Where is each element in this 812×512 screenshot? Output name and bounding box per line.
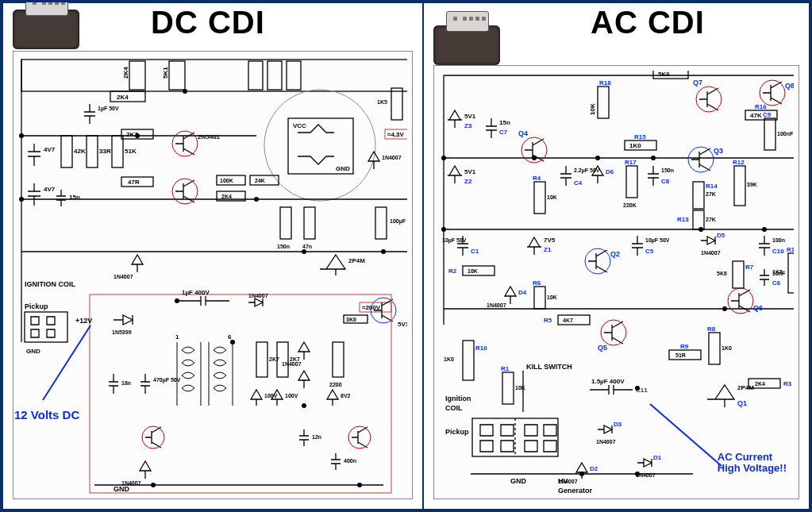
svg-point-92	[175, 298, 179, 303]
svg-point-227	[441, 156, 446, 160]
svg-text:5K6: 5K6	[658, 71, 670, 78]
svg-text:5V1: 5V1	[464, 113, 476, 120]
svg-text:1N5399: 1N5399	[112, 329, 132, 335]
svg-text:2K4: 2K4	[755, 381, 765, 387]
svg-rect-137	[626, 166, 637, 198]
dc-connector-photo	[13, 10, 79, 49]
svg-text:1N4007: 1N4007	[114, 274, 133, 279]
svg-text:220K: 220K	[623, 202, 637, 208]
svg-text:R9: R9	[680, 343, 689, 350]
svg-text:C4: C4	[574, 179, 583, 187]
svg-text:Z2: Z2	[464, 178, 472, 185]
svg-text:R15: R15	[634, 133, 646, 141]
svg-text:2K4: 2K4	[117, 94, 129, 101]
ac-input-note: AC Current High Voltage!!	[718, 452, 787, 474]
svg-text:51R: 51R	[675, 352, 686, 358]
svg-rect-24	[112, 136, 123, 167]
svg-text:100V: 100V	[264, 393, 278, 398]
svg-text:4V7: 4V7	[44, 146, 56, 153]
svg-rect-0	[21, 60, 407, 91]
svg-point-232	[698, 227, 703, 232]
svg-text:47n: 47n	[302, 244, 312, 249]
svg-line-238	[650, 404, 722, 466]
svg-rect-19	[61, 136, 72, 167]
svg-text:5K6: 5K6	[717, 271, 727, 276]
svg-point-94	[302, 403, 306, 408]
svg-text:18n: 18n	[121, 380, 131, 386]
svg-point-236	[579, 472, 584, 476]
svg-point-90	[302, 249, 306, 254]
svg-text:10µF 50V: 10µF 50V	[442, 237, 467, 244]
svg-rect-76	[333, 342, 344, 377]
svg-text:C1: C1	[471, 248, 479, 255]
svg-text:Q6: Q6	[753, 304, 763, 312]
svg-text:4K7: 4K7	[563, 318, 573, 323]
svg-text:51K: 51K	[125, 148, 137, 155]
svg-text:10K: 10K	[468, 268, 478, 274]
svg-text:100nF: 100nF	[777, 131, 794, 137]
svg-text:39K: 39K	[747, 182, 757, 187]
schematic-figure: DC CDI VCC GND 2K4 5K1	[0, 0, 812, 512]
svg-text:1N4007: 1N4007	[248, 293, 268, 298]
svg-text:47R: 47R	[128, 179, 140, 186]
svg-text:C6: C6	[772, 279, 781, 287]
dc-ig-lbl: IGNITION COIL	[25, 280, 76, 288]
svg-text:R14: R14	[706, 183, 718, 190]
svg-point-230	[595, 156, 600, 160]
svg-text:2K7: 2K7	[269, 356, 279, 362]
svg-text:100µF 16V: 100µF 16V	[390, 218, 407, 225]
svg-text:C9: C9	[763, 111, 772, 118]
svg-text:1N4007: 1N4007	[701, 250, 721, 256]
svg-text:10K: 10K	[589, 103, 596, 115]
ac-title: AC CDI	[591, 5, 705, 40]
ac-cdi-panel: AC CDI 5K6R11 Q7 Q8 47KR16 10KR18 1K0R1	[423, 2, 810, 510]
svg-text:2N5401: 2N5401	[198, 133, 221, 141]
svg-text:≈4,3V: ≈4,3V	[387, 131, 405, 138]
svg-text:Q5: Q5	[598, 344, 607, 352]
svg-rect-10	[267, 61, 282, 90]
svg-rect-44	[375, 207, 387, 239]
svg-rect-194	[502, 372, 514, 404]
svg-text:GND: GND	[114, 485, 130, 493]
svg-text:1N4007: 1N4007	[382, 155, 402, 160]
svg-text:47K: 47K	[750, 112, 762, 119]
svg-text:2200: 2200	[329, 382, 342, 387]
svg-text:R19: R19	[787, 246, 794, 253]
svg-text:R8: R8	[707, 325, 716, 333]
svg-text:Q3: Q3	[714, 147, 723, 155]
svg-text:COIL: COIL	[445, 404, 463, 412]
svg-text:R4: R4	[533, 175, 541, 182]
svg-text:Pickup: Pickup	[445, 428, 469, 436]
svg-text:R18: R18	[599, 79, 611, 87]
svg-point-228	[441, 227, 446, 232]
svg-rect-171	[733, 261, 744, 288]
ic-gnd: GND	[336, 165, 350, 172]
svg-text:R16: R16	[755, 103, 767, 110]
ac-connector-photo	[433, 25, 500, 65]
svg-point-235	[635, 386, 640, 391]
svg-text:R7: R7	[745, 264, 754, 271]
svg-text:42K: 42K	[74, 148, 86, 155]
svg-rect-68	[256, 342, 267, 377]
svg-text:1µF 400V: 1µF 400V	[182, 289, 210, 296]
svg-text:1K8: 1K8	[772, 269, 783, 275]
ic-vcc: VCC	[293, 122, 306, 129]
svg-text:1N4007: 1N4007	[282, 361, 302, 367]
svg-text:27K: 27K	[706, 191, 716, 197]
ac-note-arrow	[634, 393, 761, 488]
svg-text:150n: 150n	[661, 167, 674, 173]
svg-text:4V7: 4V7	[44, 186, 56, 193]
svg-rect-7	[169, 61, 185, 90]
svg-text:R1: R1	[501, 365, 510, 372]
svg-text:100V: 100V	[285, 393, 298, 398]
svg-text:470µF 50V: 470µF 50V	[153, 377, 181, 383]
svg-text:27K: 27K	[706, 217, 716, 222]
svg-text:1µF 50V: 1µF 50V	[98, 106, 119, 112]
svg-text:7V5: 7V5	[544, 237, 556, 244]
svg-text:100K: 100K	[220, 178, 233, 183]
svg-point-91	[381, 249, 386, 254]
svg-point-89	[254, 197, 259, 202]
svg-text:10K: 10K	[515, 385, 525, 391]
svg-text:C5: C5	[645, 248, 654, 255]
svg-rect-5	[129, 61, 145, 90]
